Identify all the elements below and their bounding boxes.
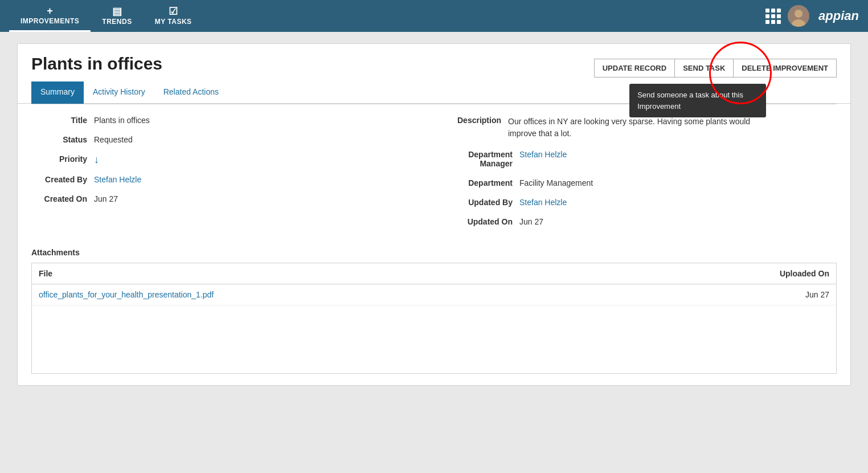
value-title: Plants in offices bbox=[94, 116, 423, 125]
apps-grid-icon[interactable] bbox=[765, 9, 781, 24]
content-card: Plants in offices UPDATE RECORD SEND TAS… bbox=[17, 43, 851, 386]
cell-uploaded-on: Jun 27 bbox=[634, 284, 837, 305]
update-record-button[interactable]: UPDATE RECORD bbox=[594, 59, 675, 78]
attachments-title: Attachments bbox=[31, 248, 837, 257]
label-department: Department bbox=[445, 178, 519, 187]
value-created-by[interactable]: Stefan Helzle bbox=[94, 175, 423, 184]
page-title: Plants in offices bbox=[31, 54, 162, 74]
attachments-section: Attachments File Uploaded On office_plan… bbox=[18, 242, 850, 385]
value-created-on: Jun 27 bbox=[94, 194, 423, 203]
label-title: Title bbox=[31, 116, 94, 125]
detail-left: Title Plants in offices Status Requested… bbox=[31, 116, 423, 237]
value-status: Requested bbox=[94, 135, 423, 144]
label-created-on: Created On bbox=[31, 194, 94, 203]
nav-item-improvements[interactable]: + IMPROVEMENTS bbox=[9, 0, 91, 32]
table-row: office_plants_for_your_health_presentati… bbox=[32, 284, 837, 305]
tab-summary[interactable]: Summary bbox=[31, 81, 84, 104]
nav-label-improvements: IMPROVEMENTS bbox=[21, 17, 79, 25]
value-priority: ↓ bbox=[94, 154, 423, 165]
improvements-icon: + bbox=[47, 6, 53, 16]
nav-left: + IMPROVEMENTS ▤ TRENDS ☑ MY TASKS bbox=[9, 0, 203, 32]
attachments-empty-area bbox=[31, 305, 837, 374]
tab-activity-history[interactable]: Activity History bbox=[84, 81, 154, 104]
nav-label-tasks: MY TASKS bbox=[155, 18, 192, 26]
main-wrapper: Plants in offices UPDATE RECORD SEND TAS… bbox=[0, 32, 868, 473]
label-updated-on: Updated On bbox=[445, 217, 519, 226]
detail-section: Title Plants in offices Status Requested… bbox=[18, 104, 850, 242]
value-description: Our offices in NY are looking very spars… bbox=[508, 116, 764, 140]
field-created-on: Created On Jun 27 bbox=[31, 194, 423, 203]
value-updated-by[interactable]: Stefan Helzle bbox=[519, 198, 837, 207]
label-description: Description bbox=[445, 116, 508, 125]
label-updated-by: Updated By bbox=[445, 198, 519, 207]
tabs-bar: Summary Activity History Related Actions bbox=[18, 81, 850, 104]
tasks-icon: ☑ bbox=[169, 6, 178, 17]
label-priority: Priority bbox=[31, 154, 94, 164]
value-updated-on: Jun 27 bbox=[519, 217, 837, 226]
col-uploaded-on: Uploaded On bbox=[634, 263, 837, 284]
label-status: Status bbox=[31, 135, 94, 144]
field-updated-on: Updated On Jun 27 bbox=[445, 217, 837, 226]
field-priority: Priority ↓ bbox=[31, 154, 423, 165]
field-title: Title Plants in offices bbox=[31, 116, 423, 125]
card-header: Plants in offices UPDATE RECORD SEND TAS… bbox=[18, 44, 850, 81]
value-dept-manager[interactable]: Stefan Helzle bbox=[519, 150, 837, 159]
cell-file: office_plants_for_your_health_presentati… bbox=[32, 284, 634, 305]
trends-icon: ▤ bbox=[112, 6, 122, 17]
field-description: Description Our offices in NY are lookin… bbox=[445, 116, 837, 140]
col-file: File bbox=[32, 263, 634, 284]
value-department: Facility Management bbox=[519, 178, 837, 187]
field-status: Status Requested bbox=[31, 135, 423, 144]
top-navigation: + IMPROVEMENTS ▤ TRENDS ☑ MY TASKS appia… bbox=[0, 0, 868, 32]
user-avatar[interactable] bbox=[788, 5, 809, 27]
send-task-button[interactable]: SEND TASK bbox=[674, 59, 734, 78]
nav-item-my-tasks[interactable]: ☑ MY TASKS bbox=[144, 0, 203, 32]
delete-improvement-button[interactable]: DELETE IMPROVEMENT bbox=[733, 59, 837, 78]
action-buttons-group: UPDATE RECORD SEND TASK Send someone a t… bbox=[594, 59, 837, 78]
send-task-container: SEND TASK Send someone a task about this… bbox=[675, 59, 734, 78]
label-created-by: Created By bbox=[31, 175, 94, 184]
detail-right: Description Our offices in NY are lookin… bbox=[445, 116, 837, 237]
tab-related-actions[interactable]: Related Actions bbox=[154, 81, 228, 104]
appian-logo: appian bbox=[818, 9, 859, 23]
field-created-by: Created By Stefan Helzle bbox=[31, 175, 423, 184]
nav-label-trends: TRENDS bbox=[102, 18, 132, 26]
svg-point-1 bbox=[795, 10, 803, 18]
attachments-table: File Uploaded On office_plants_for_your_… bbox=[31, 263, 837, 305]
label-dept-manager: Department Manager bbox=[445, 150, 519, 168]
field-updated-by: Updated By Stefan Helzle bbox=[445, 198, 837, 207]
field-department: Department Facility Management bbox=[445, 178, 837, 187]
field-dept-manager: Department Manager Stefan Helzle bbox=[445, 150, 837, 168]
nav-right: appian bbox=[765, 5, 859, 27]
file-link[interactable]: office_plants_for_your_health_presentati… bbox=[39, 290, 214, 299]
nav-item-trends[interactable]: ▤ TRENDS bbox=[91, 0, 143, 32]
table-header-row: File Uploaded On bbox=[32, 263, 837, 284]
